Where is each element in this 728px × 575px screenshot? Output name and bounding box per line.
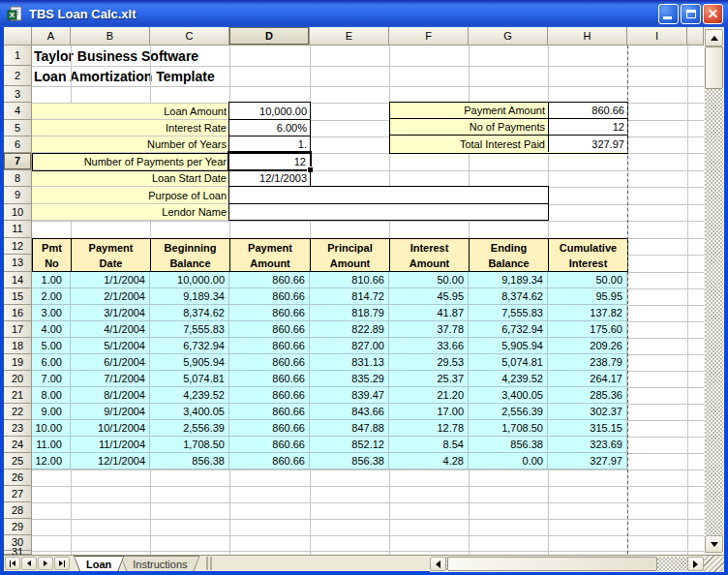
cell[interactable]: 860.66 (229, 321, 310, 338)
cell[interactable]: 5,074.81 (469, 354, 548, 371)
cell[interactable]: 4.00 (32, 321, 71, 338)
row-header-8[interactable]: 8 (4, 170, 32, 187)
summary-value[interactable]: 12 (549, 119, 627, 135)
cell[interactable]: 0.00 (469, 453, 548, 469)
summary-value[interactable]: 327.97 (549, 136, 627, 152)
cell[interactable]: 45.95 (389, 288, 469, 305)
cell[interactable]: 5,905.94 (469, 338, 548, 354)
cell[interactable]: 50.00 (389, 272, 469, 288)
cell[interactable]: 1,708.50 (469, 420, 548, 437)
cell[interactable]: 856.38 (469, 437, 548, 453)
summary-value[interactable]: 860.66 (549, 103, 627, 118)
cell[interactable]: 2,556.39 (150, 420, 229, 437)
cell[interactable]: 10.00 (32, 420, 71, 437)
row-header-25[interactable]: 25 (4, 453, 32, 469)
cell[interactable]: 839.47 (310, 387, 389, 404)
cell[interactable]: 2,556.39 (469, 404, 548, 420)
cell[interactable]: 5,905.94 (150, 354, 229, 371)
row-header-3[interactable]: 3 (4, 86, 32, 103)
input-label[interactable]: Number of Years (32, 136, 229, 153)
amortization-header-cell[interactable]: InterestAmount (389, 238, 470, 272)
close-button[interactable] (703, 4, 723, 24)
tab-split-handle[interactable] (206, 557, 212, 570)
cell[interactable]: 50.00 (548, 272, 627, 288)
cell[interactable]: 5,074.81 (150, 371, 229, 387)
cell[interactable]: 12.78 (389, 420, 469, 437)
cell[interactable]: 4.28 (389, 453, 469, 469)
row-header-17[interactable]: 17 (4, 321, 32, 338)
excel-file-icon[interactable]: X (7, 6, 23, 22)
column-header-F[interactable]: F (389, 27, 469, 45)
cell[interactable]: 37.78 (389, 321, 469, 338)
summary-label[interactable]: No of Payments (390, 119, 549, 135)
scroll-down-button[interactable] (705, 535, 723, 553)
cell[interactable]: 827.00 (310, 338, 389, 354)
cell[interactable]: 822.89 (310, 321, 389, 338)
input-label[interactable]: Lendor Name (32, 204, 229, 221)
cell[interactable]: 6.00 (32, 354, 71, 371)
row-header-13[interactable]: 13 (4, 255, 32, 272)
cell[interactable]: 8.54 (389, 437, 469, 453)
column-header-C[interactable]: C (150, 27, 229, 45)
cell[interactable]: 860.66 (229, 453, 310, 469)
input-value[interactable]: 12/1/2003 (228, 169, 311, 187)
row-header-24[interactable]: 24 (4, 437, 32, 453)
cell[interactable]: 852.12 (310, 437, 389, 453)
vertical-scroll-thumb[interactable] (705, 46, 723, 89)
cell[interactable]: 3,400.05 (469, 387, 548, 404)
cell[interactable]: 285.36 (548, 387, 627, 404)
vertical-scrollbar[interactable] (704, 27, 724, 555)
column-header-partial[interactable] (687, 27, 704, 45)
cell[interactable]: 4,239.52 (469, 371, 548, 387)
row-header-5[interactable]: 5 (4, 120, 32, 136)
cell[interactable]: 860.66 (229, 354, 310, 371)
cell[interactable]: 860.66 (229, 288, 310, 305)
cell[interactable]: 175.60 (548, 321, 627, 338)
tab-scroll-first-button[interactable] (5, 557, 20, 570)
input-label[interactable]: Loan Start Date (32, 170, 229, 187)
cell[interactable]: 4,239.52 (150, 387, 229, 404)
cell[interactable]: 1/1/2004 (71, 272, 150, 288)
cell[interactable]: 8,374.62 (469, 288, 548, 305)
scroll-up-button[interactable] (705, 29, 723, 46)
row-header-28[interactable]: 28 (4, 502, 32, 519)
cell[interactable]: 860.66 (229, 420, 310, 437)
cell[interactable]: 302.37 (548, 404, 627, 420)
amortization-header-cell[interactable]: BeginningBalance (150, 238, 230, 272)
tab-instructions[interactable]: Instructions (120, 556, 199, 571)
cell[interactable]: 2/1/2004 (71, 288, 150, 305)
cell[interactable]: 9.00 (32, 404, 71, 420)
cell[interactable]: 6/1/2004 (71, 354, 150, 371)
vertical-scroll-track[interactable] (705, 29, 723, 553)
row-header-1[interactable]: 1 (4, 45, 32, 66)
input-label[interactable]: Loan Amount (32, 103, 229, 120)
cell[interactable]: 323.69 (548, 437, 627, 453)
cell[interactable]: 137.82 (548, 305, 627, 321)
horizontal-scrollbar[interactable] (430, 556, 704, 572)
input-value[interactable] (228, 203, 549, 221)
cell[interactable]: 5.00 (32, 338, 71, 354)
cell[interactable]: 814.72 (310, 288, 389, 305)
cell[interactable]: 860.66 (229, 437, 310, 453)
cell[interactable]: 10,000.00 (150, 272, 229, 288)
cell[interactable]: 818.79 (310, 305, 389, 321)
scroll-right-button[interactable] (687, 557, 704, 571)
cell[interactable]: 3.00 (32, 305, 71, 321)
row-header-26[interactable]: 26 (4, 469, 32, 486)
cell[interactable]: 4/1/2004 (71, 321, 150, 338)
row-header-14[interactable]: 14 (4, 272, 32, 288)
row-header-19[interactable]: 19 (4, 354, 32, 371)
column-header-I[interactable]: I (627, 27, 687, 45)
column-header-B[interactable]: B (71, 27, 150, 45)
cell[interactable]: 12.00 (32, 453, 71, 469)
cell[interactable]: 810.66 (310, 272, 389, 288)
input-value[interactable]: 6.00% (228, 119, 311, 136)
select-all-corner[interactable] (4, 27, 32, 45)
cell[interactable]: 41.87 (389, 305, 469, 321)
row-header-23[interactable]: 23 (4, 420, 32, 437)
minimize-button[interactable] (658, 4, 679, 24)
cell[interactable]: 209.26 (548, 338, 627, 354)
cell[interactable]: 11.00 (32, 437, 71, 453)
input-value[interactable]: 10,000.00 (228, 102, 311, 120)
input-label[interactable]: Interest Rate (32, 120, 229, 136)
